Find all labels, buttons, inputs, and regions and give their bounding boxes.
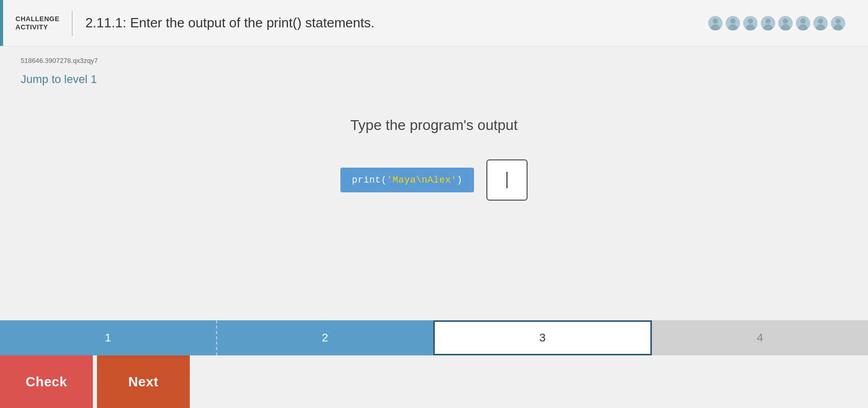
challenge-label-line1: CHALLENGE (15, 15, 59, 23)
person-icon-2 (726, 16, 740, 30)
progress-segment-4[interactable]: 4 (652, 320, 868, 355)
header-icons (708, 16, 856, 30)
person-icon-6 (796, 16, 810, 30)
jump-to-level[interactable]: Jump to level 1 (21, 73, 847, 86)
person-icon-3 (743, 16, 758, 30)
code-text: print('Maya\nAlex') (352, 175, 463, 185)
answer-input-box[interactable] (486, 159, 528, 201)
header-content: CHALLENGE ACTIVITY 2.11.1: Enter the out… (3, 0, 868, 46)
progress-label-3: 3 (539, 331, 546, 345)
progress-segment-1[interactable]: 1 (0, 320, 216, 355)
code-block: print('Maya\nAlex') (340, 168, 474, 192)
challenge-label: CHALLENGE ACTIVITY (15, 15, 59, 31)
buttons-row: Check Next (0, 355, 868, 408)
person-icon-7 (813, 16, 828, 30)
person-icon-1 (708, 16, 723, 30)
progress-label-4: 4 (757, 331, 763, 345)
challenge-label-line2: ACTIVITY (15, 23, 59, 31)
header: CHALLENGE ACTIVITY 2.11.1: Enter the out… (0, 0, 868, 46)
header-title: 2.11.1: Enter the output of the print() … (85, 15, 374, 31)
main-content: 518646.3907278.qx3zqy7 Jump to level 1 T… (0, 46, 868, 310)
person-icon-4 (761, 16, 775, 30)
cursor-caret (506, 172, 507, 188)
exercise-area: Type the program's output print('Maya\nA… (21, 107, 847, 221)
code-answer-row: print('Maya\nAlex') (340, 159, 528, 201)
progress-label-1: 1 (105, 331, 111, 345)
progress-segment-2[interactable]: 2 (216, 320, 433, 355)
session-id: 518646.3907278.qx3zqy7 (21, 57, 847, 64)
check-button[interactable]: Check (0, 355, 93, 408)
header-divider (72, 10, 73, 36)
progress-segment-3[interactable]: 3 (433, 320, 652, 355)
person-icon-5 (778, 16, 793, 30)
progress-label-2: 2 (322, 331, 328, 345)
page-wrapper: CHALLENGE ACTIVITY 2.11.1: Enter the out… (0, 0, 868, 408)
progress-bar: 1 2 3 4 (0, 320, 868, 355)
type-output-label: Type the program's output (350, 117, 517, 134)
person-icon-8 (831, 16, 845, 30)
next-button[interactable]: Next (97, 355, 190, 408)
